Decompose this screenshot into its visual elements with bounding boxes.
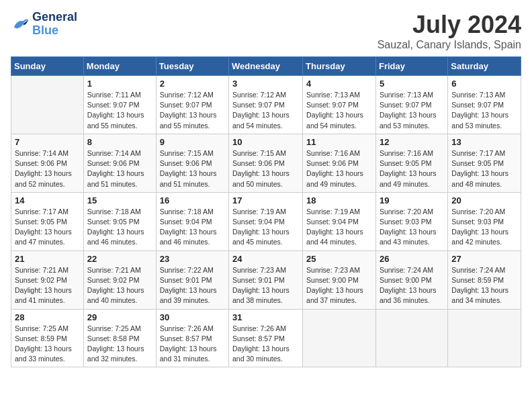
day-number: 11 bbox=[306, 137, 372, 147]
day-cell: 26Sunrise: 7:24 AM Sunset: 9:00 PM Dayli… bbox=[375, 250, 447, 309]
day-info: Sunrise: 7:19 AM Sunset: 9:04 PM Dayligh… bbox=[232, 207, 299, 248]
day-info: Sunrise: 7:15 AM Sunset: 9:06 PM Dayligh… bbox=[160, 148, 225, 189]
day-cell bbox=[375, 309, 447, 367]
day-info: Sunrise: 7:12 AM Sunset: 9:07 PM Dayligh… bbox=[160, 90, 225, 131]
header-row: SundayMondayTuesdayWednesdayThursdayFrid… bbox=[11, 57, 521, 76]
day-cell: 8Sunrise: 7:14 AM Sunset: 9:06 PM Daylig… bbox=[83, 134, 156, 192]
day-cell bbox=[11, 76, 84, 134]
day-info: Sunrise: 7:14 AM Sunset: 9:06 PM Dayligh… bbox=[87, 148, 152, 189]
day-number: 25 bbox=[306, 254, 372, 264]
day-info: Sunrise: 7:24 AM Sunset: 8:59 PM Dayligh… bbox=[451, 265, 517, 306]
column-header-saturday: Saturday bbox=[448, 57, 521, 76]
day-info: Sunrise: 7:15 AM Sunset: 9:06 PM Dayligh… bbox=[232, 148, 299, 189]
day-cell: 16Sunrise: 7:18 AM Sunset: 9:04 PM Dayli… bbox=[156, 192, 228, 250]
day-number: 2 bbox=[160, 79, 225, 89]
day-number: 27 bbox=[451, 254, 517, 264]
day-number: 26 bbox=[380, 254, 444, 264]
day-cell: 7Sunrise: 7:14 AM Sunset: 9:06 PM Daylig… bbox=[11, 134, 84, 192]
column-header-monday: Monday bbox=[83, 57, 156, 76]
week-row-1: 1Sunrise: 7:11 AM Sunset: 9:07 PM Daylig… bbox=[11, 76, 521, 134]
day-cell: 22Sunrise: 7:21 AM Sunset: 9:02 PM Dayli… bbox=[83, 250, 156, 309]
day-number: 9 bbox=[160, 137, 225, 147]
day-info: Sunrise: 7:25 AM Sunset: 8:58 PM Dayligh… bbox=[87, 324, 152, 365]
day-cell: 29Sunrise: 7:25 AM Sunset: 8:58 PM Dayli… bbox=[83, 309, 156, 367]
day-cell: 31Sunrise: 7:26 AM Sunset: 8:57 PM Dayli… bbox=[229, 309, 303, 367]
day-cell: 20Sunrise: 7:20 AM Sunset: 9:03 PM Dayli… bbox=[448, 192, 521, 250]
day-number: 20 bbox=[451, 195, 517, 205]
logo: General Blue bbox=[11, 11, 77, 38]
day-info: Sunrise: 7:17 AM Sunset: 9:05 PM Dayligh… bbox=[451, 148, 517, 189]
day-info: Sunrise: 7:23 AM Sunset: 9:01 PM Dayligh… bbox=[232, 265, 299, 306]
logo-text-blue: Blue bbox=[32, 24, 77, 38]
day-number: 8 bbox=[87, 137, 152, 147]
day-cell: 9Sunrise: 7:15 AM Sunset: 9:06 PM Daylig… bbox=[156, 134, 228, 192]
title-block: July 2024 Sauzal, Canary Islands, Spain bbox=[378, 11, 521, 51]
day-info: Sunrise: 7:26 AM Sunset: 8:57 PM Dayligh… bbox=[160, 324, 225, 365]
day-info: Sunrise: 7:20 AM Sunset: 9:03 PM Dayligh… bbox=[451, 207, 517, 248]
week-row-5: 28Sunrise: 7:25 AM Sunset: 8:59 PM Dayli… bbox=[11, 309, 521, 367]
calendar-body: 1Sunrise: 7:11 AM Sunset: 9:07 PM Daylig… bbox=[11, 76, 521, 367]
column-header-tuesday: Tuesday bbox=[156, 57, 228, 76]
day-info: Sunrise: 7:22 AM Sunset: 9:01 PM Dayligh… bbox=[160, 265, 225, 306]
logo-text-general: General bbox=[32, 11, 77, 24]
day-number: 12 bbox=[380, 137, 444, 147]
day-cell: 10Sunrise: 7:15 AM Sunset: 9:06 PM Dayli… bbox=[229, 134, 303, 192]
day-number: 3 bbox=[232, 79, 299, 89]
logo-icon bbox=[11, 15, 30, 34]
day-number: 24 bbox=[232, 254, 299, 264]
day-number: 1 bbox=[87, 79, 152, 89]
day-cell: 3Sunrise: 7:12 AM Sunset: 9:07 PM Daylig… bbox=[229, 76, 303, 134]
day-number: 28 bbox=[15, 312, 80, 322]
day-cell bbox=[448, 309, 521, 367]
column-header-wednesday: Wednesday bbox=[229, 57, 303, 76]
day-cell: 24Sunrise: 7:23 AM Sunset: 9:01 PM Dayli… bbox=[229, 250, 303, 309]
day-info: Sunrise: 7:17 AM Sunset: 9:05 PM Dayligh… bbox=[15, 207, 80, 248]
calendar-header: SundayMondayTuesdayWednesdayThursdayFrid… bbox=[11, 57, 521, 76]
location-subtitle: Sauzal, Canary Islands, Spain bbox=[378, 39, 521, 51]
day-number: 14 bbox=[15, 195, 80, 205]
day-number: 4 bbox=[306, 79, 372, 89]
day-info: Sunrise: 7:25 AM Sunset: 8:59 PM Dayligh… bbox=[15, 324, 80, 365]
day-info: Sunrise: 7:16 AM Sunset: 9:06 PM Dayligh… bbox=[306, 148, 372, 189]
day-cell: 6Sunrise: 7:13 AM Sunset: 9:07 PM Daylig… bbox=[448, 76, 521, 134]
day-number: 19 bbox=[380, 195, 444, 205]
day-cell: 30Sunrise: 7:26 AM Sunset: 8:57 PM Dayli… bbox=[156, 309, 228, 367]
column-header-sunday: Sunday bbox=[11, 57, 84, 76]
day-cell: 19Sunrise: 7:20 AM Sunset: 9:03 PM Dayli… bbox=[375, 192, 447, 250]
day-number: 18 bbox=[306, 195, 372, 205]
day-cell: 4Sunrise: 7:13 AM Sunset: 9:07 PM Daylig… bbox=[303, 76, 376, 134]
day-info: Sunrise: 7:18 AM Sunset: 9:04 PM Dayligh… bbox=[160, 207, 225, 248]
day-number: 23 bbox=[160, 254, 225, 264]
day-number: 16 bbox=[160, 195, 225, 205]
page-header: General Blue July 2024 Sauzal, Canary Is… bbox=[11, 11, 521, 51]
day-cell: 14Sunrise: 7:17 AM Sunset: 9:05 PM Dayli… bbox=[11, 192, 84, 250]
day-cell: 12Sunrise: 7:16 AM Sunset: 9:05 PM Dayli… bbox=[375, 134, 447, 192]
day-number: 22 bbox=[87, 254, 152, 264]
day-cell: 27Sunrise: 7:24 AM Sunset: 8:59 PM Dayli… bbox=[448, 250, 521, 309]
day-cell: 28Sunrise: 7:25 AM Sunset: 8:59 PM Dayli… bbox=[11, 309, 84, 367]
day-info: Sunrise: 7:16 AM Sunset: 9:05 PM Dayligh… bbox=[380, 148, 444, 189]
day-info: Sunrise: 7:24 AM Sunset: 9:00 PM Dayligh… bbox=[380, 265, 444, 306]
day-cell: 2Sunrise: 7:12 AM Sunset: 9:07 PM Daylig… bbox=[156, 76, 228, 134]
day-info: Sunrise: 7:23 AM Sunset: 9:00 PM Dayligh… bbox=[306, 265, 372, 306]
day-number: 29 bbox=[87, 312, 152, 322]
day-cell: 21Sunrise: 7:21 AM Sunset: 9:02 PM Dayli… bbox=[11, 250, 84, 309]
day-number: 13 bbox=[451, 137, 517, 147]
day-number: 15 bbox=[87, 195, 152, 205]
day-number: 5 bbox=[380, 79, 444, 89]
day-info: Sunrise: 7:19 AM Sunset: 9:04 PM Dayligh… bbox=[306, 207, 372, 248]
day-info: Sunrise: 7:20 AM Sunset: 9:03 PM Dayligh… bbox=[380, 207, 444, 248]
day-number: 7 bbox=[15, 137, 80, 147]
day-info: Sunrise: 7:12 AM Sunset: 9:07 PM Dayligh… bbox=[232, 90, 299, 131]
day-cell: 1Sunrise: 7:11 AM Sunset: 9:07 PM Daylig… bbox=[83, 76, 156, 134]
day-number: 17 bbox=[232, 195, 299, 205]
day-info: Sunrise: 7:21 AM Sunset: 9:02 PM Dayligh… bbox=[15, 265, 80, 306]
day-number: 21 bbox=[15, 254, 80, 264]
day-info: Sunrise: 7:13 AM Sunset: 9:07 PM Dayligh… bbox=[306, 90, 372, 131]
day-cell bbox=[303, 309, 376, 367]
day-cell: 5Sunrise: 7:13 AM Sunset: 9:07 PM Daylig… bbox=[375, 76, 447, 134]
month-year-title: July 2024 bbox=[378, 11, 521, 39]
day-info: Sunrise: 7:13 AM Sunset: 9:07 PM Dayligh… bbox=[451, 90, 517, 131]
day-cell: 11Sunrise: 7:16 AM Sunset: 9:06 PM Dayli… bbox=[303, 134, 376, 192]
day-cell: 18Sunrise: 7:19 AM Sunset: 9:04 PM Dayli… bbox=[303, 192, 376, 250]
